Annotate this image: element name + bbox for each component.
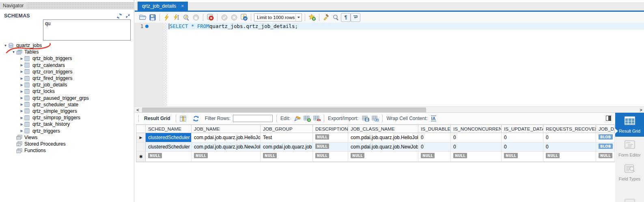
grid-cell[interactable]: Test xyxy=(261,133,313,142)
tree-item-qrtz-paused-trigger-grps[interactable]: ▶qrtz_paused_trigger_grps xyxy=(0,95,132,101)
collapsed-arrow-icon[interactable]: ▶ xyxy=(19,83,24,87)
grid-cell[interactable]: NULL xyxy=(543,152,596,162)
tree-item-qrtz-blob-triggers[interactable]: ▶qrtz_blob_triggers xyxy=(0,55,132,62)
grid-cell[interactable]: 0 xyxy=(451,142,502,152)
current-row-marker-icon[interactable]: ▶ xyxy=(136,133,146,142)
grid-cell[interactable]: NULL xyxy=(146,152,192,162)
dropdown-caret-icon[interactable] xyxy=(295,14,302,21)
grid-cell[interactable]: NULL xyxy=(313,152,348,162)
grid-cell[interactable]: 0 xyxy=(502,133,543,142)
side-panel-item-result-grid[interactable]: Result Grid xyxy=(615,113,644,137)
import-records-button[interactable] xyxy=(370,114,380,123)
schemas-refresh-icon[interactable] xyxy=(116,13,122,19)
result-grid[interactable]: SCHED_NAMEJOB_NAMEJOB_GROUPDESCRIPTIONJO… xyxy=(136,125,615,162)
tab-qrtz-job-details[interactable]: qrtz_job_details × xyxy=(138,2,188,11)
open-script-button[interactable] xyxy=(138,13,148,22)
tree-item-qrtz-scheduler-state[interactable]: ▶qrtz_scheduler_state xyxy=(0,101,132,108)
tree-item-functions[interactable]: Functions xyxy=(0,147,132,154)
grid-cell[interactable]: com.pdai.job.quarz.job xyxy=(261,142,313,152)
tree-item-qrtz-triggers[interactable]: ▶qrtz_triggers xyxy=(0,127,132,134)
column-header-requests_recovery[interactable]: REQUESTS_RECOVERY xyxy=(543,125,596,133)
toggle-word-wrap-button[interactable] xyxy=(351,13,360,22)
tree-item-quartz-jobs[interactable]: ▼quartz_jobs xyxy=(0,42,132,49)
side-panel-item-field-types[interactable]: Field Types xyxy=(615,161,644,185)
save-script-button[interactable] xyxy=(148,13,157,22)
grid-cell[interactable]: NULL xyxy=(261,152,313,162)
save-snippet-button[interactable] xyxy=(307,13,317,22)
expanded-arrow-icon[interactable]: ▼ xyxy=(11,50,16,54)
sql-statement-line[interactable]: SELECT * FROM quartz_jobs.qrtz_job_detai… xyxy=(169,23,298,30)
insert-row-button[interactable] xyxy=(302,114,312,123)
commit-button[interactable] xyxy=(220,13,229,22)
grid-cell[interactable]: com.pdai.job.quarz.job.HelloJob xyxy=(192,133,261,142)
sql-code-editor[interactable]: 1 SELECT * FROM quartz_jobs.qrtz_job_det… xyxy=(135,23,644,106)
editor-horizontal-scrollbar[interactable]: < > xyxy=(135,106,644,112)
grid-cell[interactable]: 0 xyxy=(543,142,596,152)
grid-cell[interactable]: com.pdai.job.quarz.job.NewJob xyxy=(192,142,261,152)
collapsed-arrow-icon[interactable]: ▶ xyxy=(19,63,24,67)
collapse-all-icon[interactable] xyxy=(125,13,131,19)
column-header-job_class_name[interactable]: JOB_CLASS_NAME xyxy=(348,125,418,133)
column-header-sched_name[interactable]: SCHED_NAME xyxy=(146,125,192,133)
column-header-is_nonconcurrent[interactable]: IS_NONCONCURRENT xyxy=(451,125,502,133)
column-display-button[interactable] xyxy=(178,114,188,123)
collapsed-arrow-icon[interactable]: ▶ xyxy=(19,70,24,73)
tree-item-qrtz-cron-triggers[interactable]: ▶qrtz_cron_triggers xyxy=(0,69,132,75)
scroll-left-icon[interactable]: < xyxy=(135,107,141,113)
export-recordset-button[interactable] xyxy=(361,114,370,123)
grid-cell[interactable]: com.pdai.job.quarz.job.NewJob xyxy=(348,142,418,152)
tree-item-views[interactable]: Views xyxy=(0,134,132,141)
column-header-is_update_data[interactable]: IS_UPDATE_DATA xyxy=(502,125,543,133)
limit-rows-dropdown[interactable]: Limit to 1000 rows xyxy=(254,13,302,21)
tree-item-stored-procedures[interactable]: Stored Procedures xyxy=(0,141,132,147)
grid-cell[interactable]: NULL xyxy=(451,152,502,162)
show-invisible-characters-button[interactable]: ¶ xyxy=(341,13,351,22)
collapsed-arrow-icon[interactable]: ▶ xyxy=(19,77,24,80)
column-header-job_group[interactable]: JOB_GROUP xyxy=(261,125,313,133)
tab-close-icon[interactable]: × xyxy=(181,4,184,8)
find-button[interactable] xyxy=(331,13,341,22)
collapsed-arrow-icon[interactable]: ▶ xyxy=(19,122,24,126)
column-header-job_name[interactable]: JOB_NAME xyxy=(192,125,261,133)
grid-cell[interactable]: BLOB xyxy=(596,133,615,142)
tree-item-qrtz-job-details[interactable]: ▶qrtz_job_details xyxy=(0,82,132,88)
scrollbar-thumb[interactable] xyxy=(142,107,426,112)
collapsed-arrow-icon[interactable]: ▶ xyxy=(19,103,24,106)
sidebar-toggle-icon[interactable] xyxy=(606,116,611,121)
column-header-is_durable[interactable]: IS_DURABLE xyxy=(418,125,451,133)
refresh-results-icon[interactable] xyxy=(191,114,201,123)
schema-filter-input[interactable]: qu xyxy=(43,19,131,41)
tree-item-qrtz-calendars[interactable]: ▶qrtz_calendars xyxy=(0,62,132,69)
column-header-job_data[interactable]: JOB_DATA xyxy=(596,125,615,133)
grid-cell[interactable]: NULL xyxy=(313,142,348,152)
beautify-script-button[interactable] xyxy=(321,13,331,22)
grid-cell[interactable]: com.pdai.job.quarz.job.HelloJob xyxy=(348,133,418,142)
tree-item-qrtz-simprop-triggers[interactable]: ▶qrtz_simprop_triggers xyxy=(0,114,132,121)
grid-cell[interactable]: clusteredScheduler xyxy=(146,142,192,152)
grid-cell[interactable]: NULL xyxy=(418,152,451,162)
grid-cell[interactable]: 0 xyxy=(451,133,502,142)
grid-cell[interactable]: NULL xyxy=(192,152,261,162)
grid-cell[interactable]: 0 xyxy=(502,142,543,152)
toggle-stop-on-error-button[interactable] xyxy=(205,13,215,22)
collapsed-arrow-icon[interactable]: ▶ xyxy=(19,129,24,133)
stop-query-button[interactable] xyxy=(191,13,201,22)
tree-item-qrtz-fired-triggers[interactable]: ▶qrtz_fired_triggers xyxy=(0,75,132,82)
row-marker-cell[interactable] xyxy=(136,142,146,152)
tree-item-qrtz-task-history[interactable]: ▶qrtz_task_history xyxy=(0,121,132,127)
tree-item-qrtz-locks[interactable]: ▶qrtz_locks xyxy=(0,88,132,95)
grid-cell[interactable]: NULL xyxy=(502,152,543,162)
collapsed-arrow-icon[interactable]: ▶ xyxy=(19,96,24,100)
grid-cell[interactable]: 0 xyxy=(418,133,451,142)
collapsed-arrow-icon[interactable]: ▶ xyxy=(19,109,24,113)
execute-statement-button[interactable] xyxy=(162,13,172,22)
grid-cell[interactable]: NULL xyxy=(348,152,418,162)
delete-row-button[interactable] xyxy=(312,114,322,123)
filter-rows-input[interactable] xyxy=(233,115,273,122)
grid-cell[interactable]: clusteredScheduler xyxy=(146,133,192,142)
tree-item-qrtz-simple-triggers[interactable]: ▶qrtz_simple_triggers xyxy=(0,108,132,114)
side-panel-item-form-editor[interactable]: Form Editor xyxy=(615,137,644,161)
grid-cell[interactable]: NULL xyxy=(596,152,615,162)
toggle-autocommit-button[interactable] xyxy=(239,13,249,22)
wrap-cell-content-button[interactable]: IA xyxy=(431,116,436,121)
